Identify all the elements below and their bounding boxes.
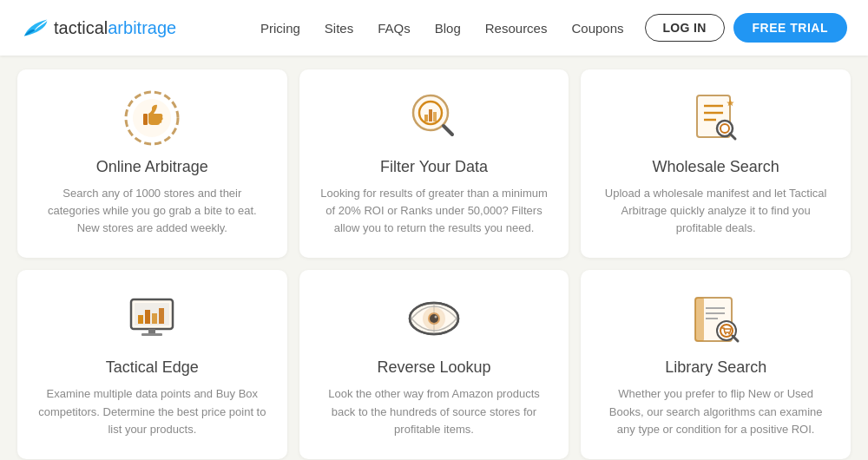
- filter-data-icon: [404, 89, 464, 148]
- svg-rect-2: [143, 114, 148, 125]
- card-wholesale-search-desc: Upload a wholesale manifest and let Tact…: [602, 185, 830, 237]
- card-wholesale-search: Wholesale Search Upload a wholesale mani…: [581, 69, 851, 258]
- card-library-search: Library Search Whether you prefer to fli…: [581, 270, 851, 458]
- svg-rect-6: [429, 109, 432, 122]
- svg-point-30: [434, 316, 437, 319]
- main-content: Online Arbitrage Search any of 1000 stor…: [0, 56, 868, 460]
- svg-rect-32: [695, 298, 704, 341]
- cards-row-2: Tactical Edge Examine multiple data poin…: [17, 270, 851, 458]
- card-tactical-edge-desc: Examine multiple data points and Buy Box…: [38, 385, 266, 437]
- card-reverse-lookup: Reverse Lookup Look the other way from A…: [299, 270, 569, 458]
- online-arbitrage-icon: [122, 89, 181, 148]
- card-tactical-edge: Tactical Edge Examine multiple data poin…: [17, 270, 287, 458]
- svg-rect-22: [148, 329, 155, 333]
- navbar: tacticalarbitrage Pricing Sites FAQs Blo…: [0, 0, 868, 56]
- card-online-arbitrage: Online Arbitrage Search any of 1000 stor…: [17, 69, 287, 258]
- nav-pricing[interactable]: Pricing: [260, 21, 300, 36]
- library-search-icon: [687, 289, 746, 348]
- svg-line-8: [444, 126, 452, 135]
- svg-line-40: [733, 336, 738, 341]
- wholesale-search-icon: [687, 89, 746, 148]
- svg-rect-19: [145, 310, 150, 324]
- card-wholesale-search-title: Wholesale Search: [653, 158, 779, 176]
- card-filter-data-title: Filter Your Data: [380, 158, 488, 176]
- logo-bird-icon: [21, 16, 49, 39]
- svg-point-29: [430, 314, 438, 323]
- login-button[interactable]: LOG IN: [645, 14, 725, 42]
- card-reverse-lookup-title: Reverse Lookup: [377, 358, 490, 377]
- svg-rect-7: [433, 112, 437, 122]
- svg-rect-21: [159, 308, 164, 324]
- card-reverse-lookup-desc: Look the other way from Amazon products …: [320, 385, 549, 437]
- reverse-lookup-icon: [404, 289, 464, 348]
- nav-coupons[interactable]: Coupons: [571, 21, 623, 36]
- card-tactical-edge-title: Tactical Edge: [106, 358, 199, 377]
- card-library-search-title: Library Search: [665, 358, 766, 377]
- svg-rect-5: [424, 115, 428, 122]
- nav-sites[interactable]: Sites: [325, 21, 353, 36]
- card-online-arbitrage-desc: Search any of 1000 stores and their cate…: [38, 185, 266, 237]
- free-trial-button[interactable]: FREE TRIAL: [733, 13, 847, 43]
- cards-row-1: Online Arbitrage Search any of 1000 stor…: [17, 69, 851, 258]
- svg-point-39: [728, 333, 730, 335]
- card-filter-data: Filter Your Data Looking for results of …: [299, 69, 569, 258]
- svg-rect-18: [138, 315, 143, 324]
- nav-resources[interactable]: Resources: [485, 21, 548, 36]
- svg-line-15: [730, 134, 735, 139]
- card-library-search-desc: Whether you prefer to flip New or Used B…: [602, 385, 830, 437]
- svg-point-38: [725, 333, 727, 335]
- nav-faqs[interactable]: FAQs: [378, 21, 411, 36]
- logo-text: tacticalarbitrage: [54, 18, 176, 38]
- nav-links: Pricing Sites FAQs Blog Resources Coupon…: [260, 21, 624, 36]
- card-online-arbitrage-title: Online Arbitrage: [96, 158, 208, 176]
- card-filter-data-desc: Looking for results of greater than a mi…: [320, 185, 549, 237]
- logo-link[interactable]: tacticalarbitrage: [21, 16, 176, 39]
- nav-blog[interactable]: Blog: [435, 21, 461, 36]
- tactical-edge-icon: [122, 289, 181, 348]
- svg-rect-20: [152, 313, 157, 324]
- svg-rect-23: [141, 333, 162, 336]
